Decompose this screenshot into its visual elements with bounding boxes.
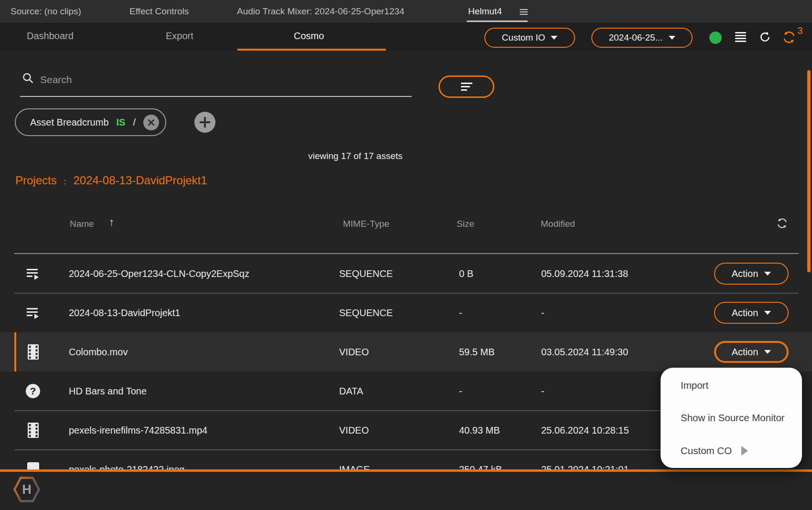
chip-operator-label: IS — [117, 117, 126, 128]
panel-tab-source[interactable]: Source: (no clips) — [11, 0, 81, 23]
custom-io-label: Custom IO — [502, 32, 545, 43]
refresh-icon[interactable] — [759, 31, 771, 43]
table-row-selected[interactable]: Colombo.mov VIDEO 59.5 MB 03.05.2024 11:… — [0, 332, 812, 372]
menu-icon[interactable] — [735, 32, 746, 43]
breadcrumb-separator: : — [64, 177, 66, 187]
asset-name: Colombo.mov — [69, 332, 128, 372]
vertical-scrollbar[interactable] — [807, 70, 811, 272]
menu-item-import[interactable]: Import — [661, 370, 802, 401]
image-icon — [24, 450, 42, 469]
filmstrip-icon — [24, 332, 42, 372]
asset-mime: SEQUENCE — [339, 293, 393, 332]
column-header-name[interactable]: Name — [70, 219, 94, 229]
action-context-menu: Import Show in Source Monitor Custom CO — [661, 368, 802, 468]
table-row[interactable]: 2024-06-25-Oper1234-CLN-Copy2ExpSqz SEQU… — [0, 254, 812, 293]
asset-modified: 25.06.2024 10:28:15 — [541, 411, 629, 450]
asset-size: 40.93 MB — [459, 411, 500, 450]
filmstrip-icon — [24, 411, 42, 450]
breadcrumb-projects-link[interactable]: Projects — [15, 174, 57, 187]
active-panel-underline — [467, 21, 528, 22]
filter-chip-asset-breadcrumb: Asset Breadcrumb IS / — [15, 108, 166, 136]
filter-icon — [461, 83, 472, 91]
search-icon — [22, 72, 34, 84]
custom-io-dropdown[interactable]: Custom IO — [484, 28, 575, 48]
chevron-down-icon — [764, 272, 771, 276]
asset-size: - — [459, 293, 462, 332]
sequence-icon — [24, 254, 42, 293]
unknown-type-icon: ? — [24, 372, 42, 411]
panel-tab-audio-track-mixer[interactable]: Audio Track Mixer: 2024-06-25-Oper1234 — [237, 0, 405, 23]
asset-modified: 25.01.2024 10:21:01 — [541, 450, 629, 469]
action-label: Action — [732, 347, 759, 358]
menu-item-show-in-source-monitor[interactable]: Show in Source Monitor — [661, 403, 802, 433]
tab-export[interactable]: Export — [166, 23, 193, 49]
asset-count-status: viewing 17 of 17 assets — [284, 151, 427, 161]
panel-tab-effect-controls[interactable]: Effect Controls — [129, 0, 189, 23]
menu-item-label: Show in Source Monitor — [681, 412, 785, 424]
action-label: Action — [732, 308, 759, 319]
tab-dashboard[interactable]: Dashboard — [27, 23, 74, 49]
asset-modified: 05.09.2024 11:31:38 — [541, 254, 628, 293]
menu-item-custom-co[interactable]: Custom CO — [661, 436, 802, 466]
sync-icon[interactable] — [782, 30, 796, 44]
menu-item-label: Custom CO — [681, 445, 732, 457]
table-refresh-icon[interactable] — [776, 217, 788, 229]
asset-modified: - — [541, 372, 545, 411]
column-header-size[interactable]: Size — [457, 219, 474, 229]
column-header-mime-type[interactable]: MIME-Type — [343, 219, 389, 229]
asset-mime: VIDEO — [339, 332, 369, 372]
menu-item-label: Import — [681, 380, 708, 391]
asset-modified: - — [541, 293, 545, 332]
asset-mime: VIDEO — [339, 411, 369, 450]
column-header-modified[interactable]: Modified — [541, 219, 575, 229]
breadcrumb: Projects : 2024-08-13-DavidProjekt1 — [15, 174, 207, 187]
asset-name: HD Bars and Tone — [69, 372, 147, 411]
asset-size: 59.5 MB — [459, 332, 494, 372]
chip-field-label: Asset Breadcrumb — [30, 117, 109, 128]
asset-name: 2024-06-25-Oper1234-CLN-Copy2ExpSqz — [69, 254, 249, 293]
asset-size: - — [459, 372, 462, 411]
chevron-down-icon — [669, 36, 675, 40]
sequence-icon — [24, 293, 42, 332]
asset-modified: 03.05.2024 11:49:30 — [541, 332, 628, 372]
asset-size: 0 B — [459, 254, 473, 293]
search-underline — [20, 96, 412, 97]
asset-name: pexels-photo-2182422.jpeg — [69, 450, 184, 469]
asset-mime: SEQUENCE — [339, 254, 393, 293]
asset-name: pexels-irenefilms-74285831.mp4 — [69, 411, 207, 450]
connection-status-dot — [709, 32, 722, 44]
breadcrumb-current-project[interactable]: 2024-08-13-DavidProjekt1 — [73, 174, 207, 187]
search-input[interactable] — [39, 70, 328, 90]
action-label: Action — [732, 268, 759, 279]
table-row[interactable]: 2024-08-13-DavidProjekt1 SEQUENCE - - Ac… — [0, 293, 812, 332]
action-dropdown-button[interactable]: Action — [714, 263, 789, 285]
chevron-down-icon — [551, 36, 557, 40]
helmut4-logo: H — [13, 476, 40, 503]
chip-value-label: / — [133, 117, 136, 128]
asset-mime: IMAGE — [339, 450, 370, 469]
sort-ascending-icon: ↑ — [109, 216, 115, 229]
logo-letter: H — [22, 482, 32, 497]
chevron-down-icon — [764, 311, 771, 315]
project-dropdown-label: 2024-06-25... — [609, 32, 662, 43]
action-dropdown-button[interactable]: Action — [714, 302, 789, 324]
filter-sort-button[interactable] — [438, 75, 494, 98]
asset-size: 250.47 kB — [459, 450, 502, 469]
project-dropdown[interactable]: 2024-06-25... — [591, 28, 693, 48]
submenu-arrow-icon — [741, 446, 748, 456]
chip-remove-button[interactable] — [143, 115, 159, 130]
panel-tab-bar — [0, 0, 812, 23]
asset-mime: DATA — [339, 372, 363, 411]
helmut4-cosmo-panel: Source: (no clips) Effect Controls Audio… — [0, 0, 812, 510]
active-tab-underline — [237, 49, 386, 51]
panel-menu-icon[interactable] — [520, 9, 528, 16]
sync-count-badge: 3 — [797, 25, 803, 36]
panel-tab-helmut4[interactable]: Helmut4 — [468, 0, 502, 23]
asset-name: 2024-08-13-DavidProjekt1 — [69, 293, 180, 332]
chevron-down-icon — [764, 350, 771, 354]
add-filter-button[interactable] — [194, 112, 215, 133]
tab-cosmo[interactable]: Cosmo — [294, 23, 324, 49]
panel-bottom-accent-line — [0, 469, 812, 472]
action-dropdown-button-open[interactable]: Action — [714, 341, 789, 363]
